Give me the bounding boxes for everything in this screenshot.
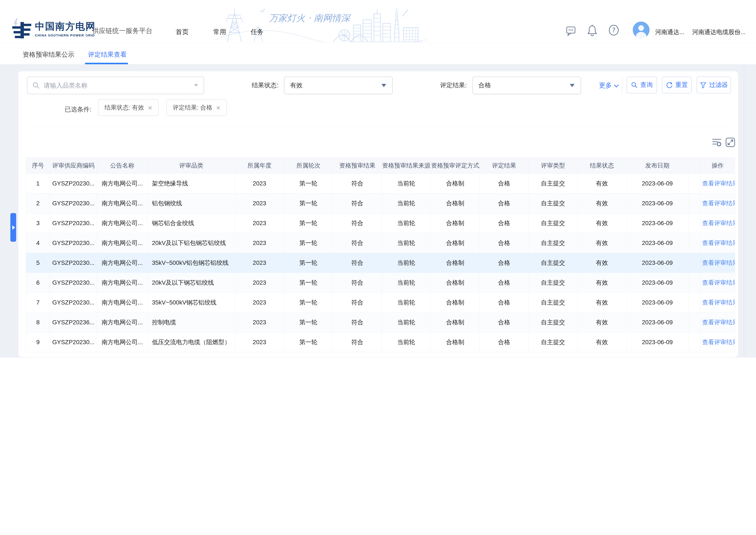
chevron-right-icon <box>12 225 15 230</box>
cell-status: 有效 <box>578 233 627 253</box>
fullscreen-icon[interactable] <box>725 137 736 148</box>
tab-assessment-result[interactable]: 评定结果查看 <box>88 50 127 59</box>
cell-round: 第一轮 <box>284 253 333 273</box>
cell-review_type: 自主提交 <box>528 253 578 273</box>
user-avatar[interactable] <box>633 21 650 39</box>
cell-round: 第一轮 <box>284 332 333 352</box>
view-review-result-link[interactable]: 查看评审结果 <box>702 319 735 325</box>
cell-status: 有效 <box>578 193 627 213</box>
table-row: 9GYSZP20230...南方电网公司...低压交流电力电缆（阻燃型）2023… <box>26 332 735 352</box>
cell-prequal_source: 当前轮 <box>382 213 431 233</box>
cell-prequal_source: 当前轮 <box>382 193 431 213</box>
user-name[interactable]: 河南通达... <box>655 28 684 36</box>
cell-assessment: 合格 <box>480 293 528 312</box>
cell-spacer <box>688 193 700 213</box>
tab-prequal-announcement[interactable]: 资格预审结果公示 <box>23 50 74 59</box>
cell-spacer <box>688 213 700 233</box>
status-select[interactable]: 有效 <box>284 76 393 94</box>
tab-bar: 资格预审结果公示 评定结果查看 <box>0 42 756 64</box>
cell-spacer <box>688 293 700 312</box>
cell-prequal_method: 合格制 <box>431 193 480 213</box>
column-settings-icon[interactable] <box>712 137 722 147</box>
active-tab-underline <box>85 63 128 64</box>
cell-assessment: 合格 <box>480 213 528 233</box>
cell-no: 3 <box>26 213 50 233</box>
cell-year: 2023 <box>235 233 284 253</box>
cell-notice: 南方电网公司... <box>97 312 148 332</box>
view-review-result-link[interactable]: 查看评审结果 <box>702 299 735 306</box>
view-review-result-link[interactable]: 查看评审结果 <box>702 259 735 266</box>
cell-no: 5 <box>26 253 50 273</box>
column-header-status: 结果状态 <box>578 157 627 174</box>
cell-prequal_result: 符合 <box>333 312 382 332</box>
cell-spacer <box>688 253 700 273</box>
cell-prequal_result: 符合 <box>333 213 382 233</box>
cell-prequal_source: 当前轮 <box>382 233 431 253</box>
cell-no: 9 <box>26 332 50 352</box>
help-icon[interactable]: ? <box>608 25 619 36</box>
cell-prequal_method: 合格制 <box>431 253 480 273</box>
cell-year: 2023 <box>235 293 284 312</box>
csg-logo-icon <box>12 18 33 39</box>
filter-button[interactable]: 过滤器 <box>696 76 731 93</box>
cell-notice: 南方电网公司... <box>97 193 148 213</box>
reset-label: 重置 <box>675 81 688 89</box>
cell-round: 第一轮 <box>284 273 333 293</box>
cell-status: 有效 <box>578 174 627 193</box>
cell-notice: 南方电网公司... <box>97 213 148 233</box>
sidebar-expand-handle[interactable] <box>10 213 16 242</box>
cell-prequal_source: 当前轮 <box>382 293 431 312</box>
more-filters-button[interactable]: 更多 <box>599 81 617 90</box>
cell-prequal_result: 符合 <box>333 193 382 213</box>
nav-item-3[interactable]: 任务 <box>251 28 263 37</box>
cell-prequal_method: 合格制 <box>431 213 480 233</box>
cell-supplier_code: GYSZP20230... <box>50 213 97 233</box>
view-review-result-link[interactable]: 查看评审结果 <box>702 220 735 226</box>
page: { "appearance": { "accent_blue": "#3875f… <box>0 0 756 535</box>
company-name[interactable]: 河南通达电缆股份... <box>692 28 745 36</box>
cell-round: 第一轮 <box>284 193 333 213</box>
close-icon[interactable]: × <box>216 104 221 111</box>
view-review-result-link[interactable]: 查看评审结果 <box>702 339 735 346</box>
column-header-supplier_code: 评审供应商编码 <box>50 157 97 174</box>
skyline-watermark: 万家灯火 · 南网情深 <box>216 7 427 42</box>
cell-notice: 南方电网公司... <box>97 174 148 193</box>
table-row: 3GYSZP20230...南方电网公司...钢芯铝合金绞线2023第一轮符合当… <box>26 213 735 233</box>
reset-button[interactable]: 重置 <box>662 76 692 93</box>
nav-item-1[interactable]: 首页 <box>176 28 189 37</box>
close-icon[interactable]: × <box>148 104 152 111</box>
cell-action: 查看评审结果 <box>700 174 735 193</box>
table-row: 7GYSZP20230...南方电网公司...35kV~500kV钢芯铝绞线20… <box>26 293 735 312</box>
view-review-result-link[interactable]: 查看评审结果 <box>702 279 735 286</box>
message-icon[interactable] <box>566 25 576 37</box>
view-review-result-link[interactable]: 查看评审结果 <box>702 200 735 207</box>
category-search-input[interactable] <box>43 82 194 89</box>
cell-category: 架空绝缘导线 <box>148 174 235 193</box>
column-header-round: 所属轮次 <box>284 157 333 174</box>
view-review-result-link[interactable]: 查看评审结果 <box>702 239 735 246</box>
category-search-combobox[interactable] <box>27 76 204 94</box>
cell-action: 查看评审结果 <box>700 273 735 293</box>
cell-action: 查看评审结果 <box>700 193 735 213</box>
cell-review_type: 自主提交 <box>528 174 578 193</box>
column-header-no: 序号 <box>26 157 50 174</box>
vertical-scrollbar[interactable] <box>743 65 746 356</box>
cell-publish_date: 2023-06-09 <box>627 213 688 233</box>
result-select[interactable]: 合格 <box>472 76 581 94</box>
cell-review_type: 自主提交 <box>528 273 578 293</box>
cell-assessment: 合格 <box>480 174 528 193</box>
notification-bell-icon[interactable] <box>587 24 598 37</box>
cell-prequal_result: 符合 <box>333 293 382 312</box>
main-nav: 首页常用任务 <box>176 28 263 37</box>
column-header-notice: 公告名称 <box>97 157 148 174</box>
column-header-year: 所属年度 <box>235 157 284 174</box>
nav-item-2[interactable]: 常用 <box>213 28 226 37</box>
query-button[interactable]: 查询 <box>627 76 657 93</box>
cell-action: 查看评审结果 <box>700 233 735 253</box>
results-table: 序号评审供应商编码公告名称评审品类所属年度所属轮次资格预审结果资格预审结果来源资… <box>26 157 735 352</box>
cell-supplier_code: GYSZP20230... <box>50 193 97 213</box>
cell-supplier_code: GYSZP20230... <box>50 332 97 352</box>
cell-review_type: 自主提交 <box>528 332 578 352</box>
table-row: 2GYSZP20230...南方电网公司...铝包钢绞线2023第一轮符合当前轮… <box>26 193 735 213</box>
view-review-result-link[interactable]: 查看评审结果 <box>702 180 735 187</box>
